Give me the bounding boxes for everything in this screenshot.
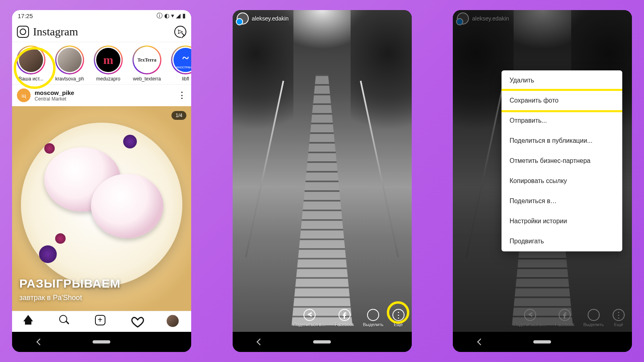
sys-back-icon[interactable] xyxy=(36,339,43,346)
story-label: meduzapro xyxy=(96,76,120,82)
story-action-label: Facebook xyxy=(334,322,354,327)
highlight-icon xyxy=(588,309,600,321)
menu-item-4[interactable]: Отметить бизнес-партнера xyxy=(502,151,622,171)
story-screen-dim: aleksey.edakin Поделиться в…FacebookВыде… xyxy=(453,10,632,332)
story-action-more: Ещё xyxy=(613,309,625,327)
story-label: web_texterra xyxy=(133,76,161,82)
post-author-name[interactable]: moscow_pike xyxy=(35,89,74,96)
story-action-more[interactable]: Ещё xyxy=(392,309,405,327)
story-label: libfl xyxy=(182,76,189,82)
story-item-1[interactable]: kravtsova_ph xyxy=(53,45,86,82)
sys-back-icon[interactable] xyxy=(477,339,484,346)
brand-logo: Instagram xyxy=(33,25,78,38)
menu-item-7[interactable]: Настройки истории xyxy=(502,211,622,231)
story-action-label: Выделить xyxy=(583,322,604,327)
caption-line-1: РАЗЫГРЫВАЕМ xyxy=(19,277,120,290)
menu-item-0[interactable]: Удалить xyxy=(502,70,622,90)
story-content[interactable]: aleksey.edakin Поделиться в…FacebookВыде… xyxy=(233,10,412,332)
story-label: Ваша ист... xyxy=(19,76,43,82)
story-label: kravtsova_ph xyxy=(55,76,84,82)
dnd-icon: ◐ xyxy=(164,12,169,19)
status-icons: ⓘ ◐ ▾ ◢ ▮ xyxy=(157,12,186,20)
story-screen: aleksey.edakin Поделиться в…FacebookВыде… xyxy=(233,10,412,332)
story-actions: Поделиться в…FacebookВыделитьЕщё xyxy=(233,309,412,327)
menu-item-6[interactable]: Поделиться в… xyxy=(502,191,622,211)
story-action-label: Ещё xyxy=(394,322,403,327)
nav-profile-icon[interactable] xyxy=(167,315,180,329)
menu-item-5[interactable]: Копировать ссылку xyxy=(502,171,622,191)
share-icon xyxy=(524,309,536,321)
messenger-icon[interactable] xyxy=(174,26,186,38)
share-icon xyxy=(303,309,316,321)
post-location[interactable]: Central Market xyxy=(35,96,74,102)
story-author-avatar[interactable] xyxy=(237,12,249,25)
phone-feed: 17:25 ⓘ ◐ ▾ ◢ ▮ Instagram Ваша ист...kra… xyxy=(12,10,191,352)
story-action-highlight: Выделить xyxy=(583,309,604,327)
camera-icon[interactable] xyxy=(17,26,29,38)
story-action-highlight[interactable]: Выделить xyxy=(363,309,384,327)
sys-home-pill[interactable] xyxy=(533,340,551,343)
sys-home-pill[interactable] xyxy=(313,340,331,343)
story-header[interactable]: aleksey.edakin xyxy=(237,12,289,25)
menu-item-2[interactable]: Отправить... xyxy=(502,111,622,131)
post-caption: РАЗЫГРЫВАЕМ завтрак в Pa'Shoot xyxy=(19,277,120,302)
menu-item-1[interactable]: Сохранить фото xyxy=(502,90,622,111)
story-author-name[interactable]: aleksey.edakin xyxy=(252,15,289,22)
status-bar: 17:25 ⓘ ◐ ▾ ◢ ▮ xyxy=(12,10,191,21)
facebook-icon xyxy=(559,309,571,321)
sys-back-icon[interactable] xyxy=(257,339,264,346)
caption-line-2: завтрак в Pa'Shoot xyxy=(19,294,120,302)
status-time: 17:25 xyxy=(18,12,33,19)
sys-home-pill[interactable] xyxy=(93,340,110,343)
post-author-avatar[interactable]: щ xyxy=(17,88,31,102)
story-action-share: Поделиться в… xyxy=(514,309,546,327)
story-item-2[interactable]: mmeduzapro xyxy=(92,45,125,82)
phone-story-menu: aleksey.edakin Поделиться в…FacebookВыде… xyxy=(453,10,632,352)
story-action-label: Поделиться в… xyxy=(293,322,326,327)
story-action-label: Выделить xyxy=(363,322,384,327)
more-icon xyxy=(613,309,625,321)
nav-activity-icon[interactable] xyxy=(131,315,144,329)
highlight-icon xyxy=(367,309,379,321)
signal-icon: ◢ xyxy=(176,12,181,19)
menu-item-8[interactable]: Продвигать xyxy=(502,231,622,251)
facebook-icon xyxy=(339,309,351,321)
wifi-icon: ▾ xyxy=(171,12,174,19)
story-item-0[interactable]: Ваша ист... xyxy=(14,45,47,82)
story-action-facebook: Facebook xyxy=(555,309,574,327)
nfc-icon: ⓘ xyxy=(157,12,163,20)
story-action-label: Ещё xyxy=(614,322,623,327)
carousel-counter: 1/4 xyxy=(171,111,186,120)
battery-icon: ▮ xyxy=(182,12,186,19)
story-action-share[interactable]: Поделиться в… xyxy=(293,309,326,327)
more-icon xyxy=(392,309,405,321)
story-options-menu: УдалитьСохранить фотоОтправить...Поделит… xyxy=(502,70,622,251)
app-header: Instagram xyxy=(12,21,191,42)
story-author-name: aleksey.edakin xyxy=(472,15,509,22)
story-action-facebook[interactable]: Facebook xyxy=(334,309,354,327)
story-item-4[interactable]: ~ИНОСТРАНКАlibfl xyxy=(169,45,191,82)
story-item-3[interactable]: TexTerraweb_texterra xyxy=(130,45,163,82)
menu-item-3[interactable]: Поделиться в публикации... xyxy=(502,131,622,151)
story-content-dim: aleksey.edakin Поделиться в…FacebookВыде… xyxy=(453,10,632,332)
phone-story-view: aleksey.edakin Поделиться в…FacebookВыде… xyxy=(233,10,412,352)
stories-row[interactable]: Ваша ист...kravtsova_phmmeduzaproTexTerr… xyxy=(12,42,191,84)
post-image[interactable]: 1/4 РАЗЫГРЫВАЕМ завтрак в Pa'Shoot xyxy=(12,106,191,311)
bottom-nav: + xyxy=(12,311,191,332)
system-nav xyxy=(233,332,412,352)
nav-add-icon[interactable]: + xyxy=(95,315,109,329)
story-action-label: Facebook xyxy=(555,322,574,327)
system-nav xyxy=(12,332,191,352)
feed-screen: 17:25 ⓘ ◐ ▾ ◢ ▮ Instagram Ваша ист...kra… xyxy=(12,10,191,332)
story-author-avatar xyxy=(457,12,469,25)
system-nav xyxy=(453,332,632,352)
nav-search-icon[interactable] xyxy=(59,315,73,329)
post-header[interactable]: щ moscow_pike Central Market ⋮ xyxy=(12,84,191,106)
story-action-label: Поделиться в… xyxy=(514,322,546,327)
nav-home-icon[interactable] xyxy=(23,315,37,329)
